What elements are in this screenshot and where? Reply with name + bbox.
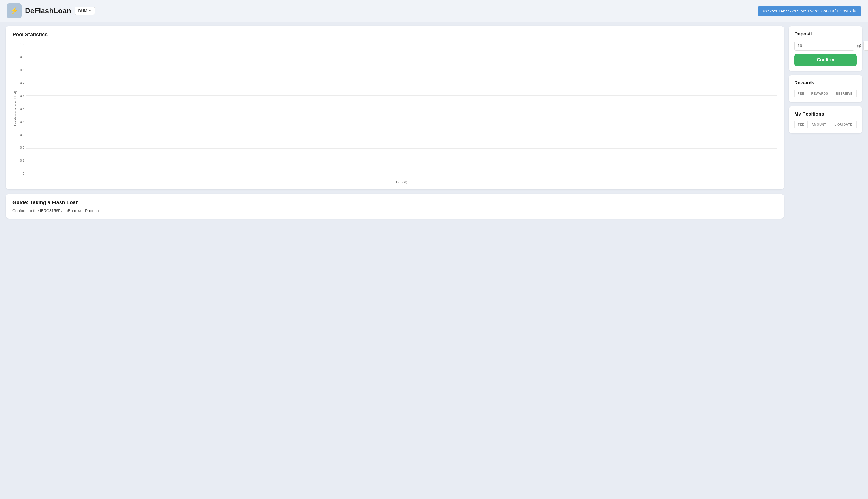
gridline-1: [26, 56, 777, 56]
rewards-card: Rewards FEE REWARDS RETRIEVE: [789, 75, 862, 102]
y-tick-06: 0,6: [20, 94, 24, 97]
y-tick-05: 0,5: [20, 107, 24, 110]
gridline-0: [26, 42, 777, 42]
chart-container: 1,0 0,9 0,8 0,7 0,6 0,5 0,4 0,3 0,2 0,1 …: [12, 42, 777, 184]
content-area: Pool Statistics 1,0 0,9 0,8 0,7 0,6 0,5 …: [6, 26, 784, 219]
gridline-6: [26, 122, 777, 122]
y-tick-00: 0: [23, 172, 24, 175]
pool-statistics-title: Pool Statistics: [12, 32, 777, 38]
deposit-card: Deposit @ % Confirm: [789, 26, 862, 71]
y-tick-09: 0,9: [20, 55, 24, 59]
header: ⚡ DeFlashLoan DUM ▼ 0x6255D14e352293E5B9…: [0, 0, 868, 22]
wallet-address-button[interactable]: 0x6255D14e352293E5B9167789C2A210f19F95D7…: [758, 6, 861, 16]
y-tick-03: 0,3: [20, 133, 24, 136]
y-tick-01: 0,1: [20, 159, 24, 162]
my-positions-title: My Positions: [794, 111, 857, 117]
guide-title: Guide: Taking a Flash Loan: [12, 200, 777, 206]
chevron-down-icon: ▼: [88, 9, 91, 12]
gridline-4: [26, 95, 777, 96]
main-layout: Pool Statistics 1,0 0,9 0,8 0,7 0,6 0,5 …: [0, 22, 868, 223]
gridline-5: [26, 109, 777, 109]
y-axis-title: Total deposit amount (DUM): [14, 91, 17, 126]
app-logo: ⚡: [7, 3, 22, 18]
confirm-button[interactable]: Confirm: [794, 54, 857, 66]
deposit-amount-input[interactable]: [794, 41, 854, 51]
y-tick-10: 1,0: [20, 42, 24, 46]
chart-plot-area: [26, 42, 777, 175]
sidebar: Deposit @ % Confirm Rewards FEE REWARDS …: [789, 26, 862, 133]
rewards-col-fee: FEE: [795, 90, 807, 97]
header-left: ⚡ DeFlashLoan DUM ▼: [7, 3, 95, 18]
y-tick-07: 0,7: [20, 81, 24, 84]
positions-header-row: FEE AMOUNT LIQUIDATE: [795, 121, 857, 128]
at-symbol: @: [857, 43, 861, 48]
y-tick-08: 0,8: [20, 68, 24, 72]
network-label: DUM: [78, 9, 87, 13]
deposit-title: Deposit: [794, 31, 857, 37]
positions-col-amount: AMOUNT: [808, 121, 830, 128]
my-positions-card: My Positions FEE AMOUNT LIQUIDATE: [789, 106, 862, 133]
rewards-table: FEE REWARDS RETRIEVE: [794, 90, 857, 97]
y-tick-04: 0,4: [20, 120, 24, 123]
gridline-8: [26, 148, 777, 149]
rewards-col-rewards: REWARDS: [807, 90, 832, 97]
x-axis-label: Fee (%): [26, 180, 777, 184]
rewards-col-retrieve: RETRIEVE: [832, 90, 856, 97]
network-selector[interactable]: DUM ▼: [74, 7, 95, 15]
gridline-9: [26, 162, 777, 162]
y-tick-02: 0,2: [20, 146, 24, 149]
pool-statistics-card: Pool Statistics 1,0 0,9 0,8 0,7 0,6 0,5 …: [6, 26, 784, 190]
guide-description: Conform to the IERC3156FlashBorrower Pro…: [12, 208, 777, 213]
rewards-title: Rewards: [794, 80, 857, 86]
gridline-7: [26, 135, 777, 135]
positions-col-liquidate: LIQUIDATE: [830, 121, 856, 128]
positions-col-fee: FEE: [795, 121, 808, 128]
rewards-header-row: FEE REWARDS RETRIEVE: [795, 90, 857, 97]
gridline-2: [26, 69, 777, 69]
deposit-fee-input[interactable]: [864, 41, 868, 51]
guide-card: Guide: Taking a Flash Loan Conform to th…: [6, 194, 784, 219]
my-positions-table: FEE AMOUNT LIQUIDATE: [794, 121, 857, 128]
app-title: DeFlashLoan: [25, 7, 71, 15]
deposit-input-row: @ %: [794, 41, 857, 51]
y-axis-title-container: Total deposit amount (DUM): [12, 42, 18, 175]
